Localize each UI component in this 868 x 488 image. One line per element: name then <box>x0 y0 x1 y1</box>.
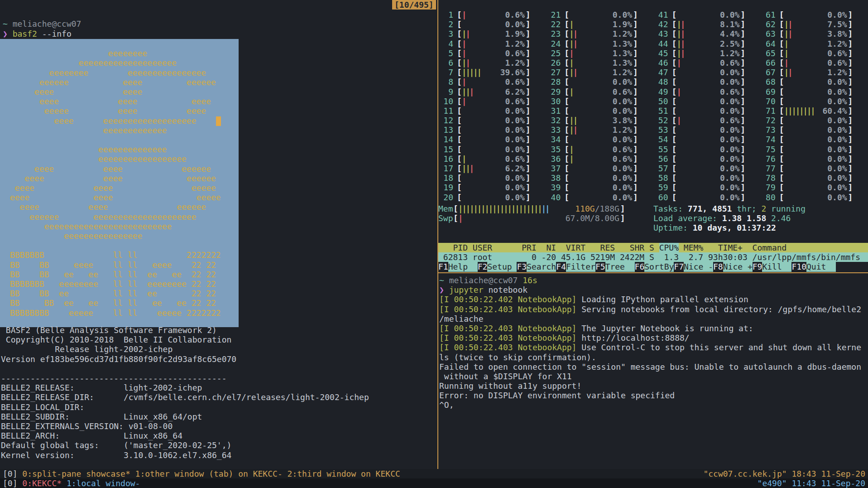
cpu-percent: 1.2% <box>613 68 632 77</box>
meter-close-bracket: ] <box>848 39 853 48</box>
fkey-label-f4[interactable]: Filter <box>566 262 595 271</box>
left-terminal-pane[interactable]: ~ meliache@ccw07❯ basf2 --info eeeeeeee … <box>0 0 437 469</box>
fkey-label-f5[interactable]: Tree <box>605 262 635 271</box>
cpu-number: 50 <box>653 97 668 106</box>
meter-tick: | <box>788 29 791 39</box>
fkey-f3[interactable]: F3 <box>517 262 527 271</box>
jupyter-terminal-pane[interactable]: ~ meliache@ccw07 16s❯ jupyter notebook[I… <box>438 275 868 469</box>
process-table-header[interactable]: PID USER PRI NI VIRT RES SHR S CPU% MEM%… <box>438 243 868 252</box>
fkey-label-f6[interactable]: SortBy <box>644 262 674 271</box>
cpu-meter-bar: 0.0% <box>676 154 740 164</box>
cpu-percent: 0.6% <box>505 154 524 164</box>
cpu-meter-bar: 0.0% <box>676 68 740 77</box>
fkey-label-f9[interactable]: Kill <box>762 262 791 271</box>
meter-close-bracket: ] <box>526 39 531 48</box>
process-table-row-selected[interactable]: 62813 root 0 -20 45.1G 5219M 2422M S 1.3… <box>438 252 868 262</box>
text-segment: 1.38 <box>722 213 747 223</box>
text-segment: [I 00:50:22.403 NotebookApp] <box>439 333 576 343</box>
text-segment: ❯ <box>3 29 8 39</box>
fkey-f4[interactable]: F4 <box>556 262 566 271</box>
cpu-meter-bar: 0.0% <box>676 183 740 192</box>
meter-close-bracket: ] <box>526 173 531 183</box>
meter-tick: | <box>462 48 465 58</box>
meter-close-bracket: ] <box>633 125 638 135</box>
copy-mode-position-badge: [10/495] <box>392 0 436 10</box>
memory-meter: Mem[||||||||||||||||||||||||110G/188G] <box>438 204 625 213</box>
meter-open-bracket: [ <box>779 58 784 68</box>
pane-divider-horizontal[interactable] <box>438 272 868 273</box>
cpu-meter-bar: |0.6% <box>676 116 740 125</box>
sort-column-cpu[interactable]: CPU% <box>659 243 679 252</box>
meter-close-bracket: ] <box>526 125 531 135</box>
cpu-percent: 0.0% <box>720 154 739 164</box>
fkey-f7[interactable]: F7 <box>674 262 684 271</box>
cpu-number: 51 <box>653 106 668 116</box>
spacer <box>453 58 457 68</box>
tmux-window-list-inner[interactable]: [0] 0:split-pane showcase* 1:other windo… <box>3 469 400 478</box>
cpu-meter-79: 79 [0.0%] <box>761 183 868 192</box>
cpu-meter-4: 4 [|1.2%] <box>438 39 546 48</box>
cpu-meter-bar: 0.0% <box>462 135 526 144</box>
spacer <box>453 173 457 183</box>
meter-open-bracket: [ <box>779 193 784 202</box>
cpu-meter-row: 2 [0.0%]22 [|1.9%]42 [||8.1%]62 [||7.5%] <box>438 19 868 29</box>
text-segment: 1:local window- <box>67 478 140 488</box>
fkey-f8[interactable]: F8 <box>713 262 723 271</box>
cpu-meter-65: 65 [|0.6%] <box>761 48 868 58</box>
basf2-logo-box: eeeeeeee eeeeeeeeeeeeeeeeeeee eeeeeeee e… <box>0 39 239 327</box>
meter-open-bracket: [ <box>779 19 784 29</box>
cpu-number: 25 <box>546 48 561 58</box>
fkey-label-f2[interactable]: Setup <box>487 262 517 271</box>
cpu-meter-69: 69 [0.0%] <box>761 87 868 97</box>
fkey-f1[interactable]: F1 <box>438 262 448 271</box>
cpu-percent: 0.0% <box>720 164 739 173</box>
cpu-meter-bar: 0.0% <box>462 125 526 135</box>
cpu-meter-bar: |0.6% <box>784 58 848 68</box>
text-segment: 0:split-pane showcase* 1:other window (t… <box>22 469 400 478</box>
cpu-number: 66 <box>761 58 776 68</box>
meter-close-bracket: ] <box>848 97 853 106</box>
meter-close-bracket: ] <box>620 204 625 213</box>
cpu-meter-74: 74 [0.0%] <box>761 135 868 144</box>
tmux-window-list-outer[interactable]: [0] 0:KEKCC* 1:local window- <box>3 478 140 488</box>
cpu-percent: 0.6% <box>505 48 524 58</box>
cpu-number: 18 <box>438 173 453 183</box>
fkey-f5[interactable]: F5 <box>595 262 605 271</box>
cpu-percent: 0.0% <box>827 116 847 125</box>
fkey-f6[interactable]: F6 <box>635 262 645 271</box>
htop-pane[interactable]: 1 [|0.6%]21 [0.0%]41 [0.0%]61 [0.0%]2 [0… <box>438 0 868 272</box>
fkey-label-f1[interactable]: Help <box>448 262 478 271</box>
cpu-number: 7 <box>438 68 453 77</box>
cpu-meter-43: 43 [||4.4%] <box>653 29 761 39</box>
cpu-meter-32: 32 [||3.8%] <box>546 116 653 125</box>
spacer <box>561 77 564 87</box>
fkey-f2[interactable]: F2 <box>478 262 488 271</box>
cpu-meter-bar: |1.9% <box>569 19 633 29</box>
text-segment: ~ <box>439 275 444 285</box>
spacer <box>561 193 564 202</box>
cpu-meter-37: 37 [0.0%] <box>546 164 653 173</box>
fkey-label-f7[interactable]: Nice - <box>684 262 713 271</box>
fkey-label-f3[interactable]: Search <box>527 262 556 271</box>
cpu-meter-67: 67 [||1.2%] <box>761 68 868 77</box>
cpu-number: 58 <box>653 173 668 183</box>
text-segment: ~ <box>3 19 8 29</box>
cpu-percent: 0.0% <box>827 183 847 192</box>
meter-close-bracket: ] <box>633 164 638 173</box>
fkey-f10[interactable]: F10 <box>791 262 806 271</box>
meter-tick: | <box>573 125 576 135</box>
fkey-label-f10[interactable]: Quit <box>806 262 836 271</box>
meter-tick: | <box>470 68 473 77</box>
fkey-f9[interactable]: F9 <box>753 262 762 271</box>
cpu-number: 43 <box>653 29 668 39</box>
cpu-meter-35: 35 [|0.6%] <box>546 145 653 154</box>
spacer <box>453 135 457 144</box>
tmux-status-bar-inner: [0] 0:split-pane showcase* 1:other windo… <box>0 469 868 478</box>
meter-tick: | <box>810 106 814 116</box>
cpu-number: 27 <box>546 68 561 77</box>
meter-tick: | <box>569 48 573 58</box>
text-segment: [0] <box>3 469 22 478</box>
fkey-label-f8[interactable]: Nice + <box>723 262 753 271</box>
text-segment: Load average: <box>653 213 722 223</box>
cpu-meter-12: 12 [0.0%] <box>438 116 546 125</box>
